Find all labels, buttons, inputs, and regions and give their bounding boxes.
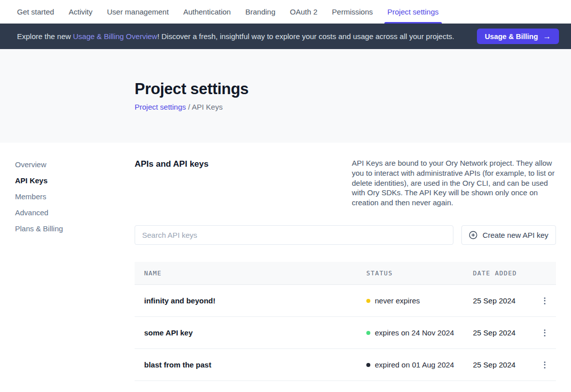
sidebar-item-overview[interactable]: Overview (15, 160, 115, 169)
banner-text-before: Explore the new (17, 32, 73, 41)
breadcrumb-project-settings-link[interactable]: Project settings (135, 103, 186, 111)
api-key-name: blast from the past (135, 360, 366, 369)
sidebar-item-advanced[interactable]: Advanced (15, 208, 115, 217)
row-actions-kebab-button[interactable] (541, 326, 548, 339)
sidebar-item-api-keys[interactable]: API Keys (15, 176, 115, 185)
column-header-date-added: DATE ADDED (473, 269, 533, 277)
status-label: expires on 24 Nov 2024 (375, 328, 454, 337)
status-label: expired on 01 Aug 2024 (375, 360, 454, 369)
status-dot-icon (366, 331, 370, 335)
section-title: APIs and API keys (135, 159, 209, 169)
column-header-status: STATUS (366, 269, 473, 277)
date-added: 25 Sep 2024 (473, 328, 533, 337)
table-controls: Create new API key (135, 225, 556, 245)
table-row: some API keyexpires on 24 Nov 202425 Sep… (135, 317, 556, 349)
column-header-name: NAME (135, 269, 366, 277)
nav-tab-permissions[interactable]: Permissions (332, 0, 373, 24)
page-title: Project settings (135, 80, 571, 98)
page-header: Project settings Project settings / API … (0, 49, 571, 143)
nav-tab-authentication[interactable]: Authentication (183, 0, 231, 24)
table-row: blast from the pastexpired on 01 Aug 202… (135, 349, 556, 381)
settings-sidebar: OverviewAPI KeysMembersAdvancedPlans & B… (15, 160, 115, 240)
status-label: never expires (375, 296, 420, 305)
nav-tab-user-management[interactable]: User management (107, 0, 169, 24)
plus-circle-icon (469, 231, 477, 239)
content-area: OverviewAPI KeysMembersAdvancedPlans & B… (0, 143, 571, 392)
api-key-name: some API key (135, 328, 366, 337)
usage-billing-button-label: Usage & Billing (485, 33, 538, 41)
section-description: API Keys are bound to your Ory Network p… (352, 158, 556, 208)
nav-tab-oauth-2[interactable]: OAuth 2 (290, 0, 317, 24)
create-api-key-label: Create new API key (482, 231, 548, 239)
status-cell: expired on 01 Aug 2024 (366, 360, 473, 369)
api-keys-section: APIs and API keys API Keys are bound to … (135, 159, 556, 384)
search-input[interactable] (135, 225, 453, 245)
nav-tab-get-started[interactable]: Get started (17, 0, 54, 24)
announcement-banner: Explore the new Usage & Billing Overview… (0, 24, 571, 49)
banner-text-after: ! Discover a fresh, insightful way to ex… (157, 32, 454, 41)
row-actions-kebab-button[interactable] (541, 358, 548, 371)
usage-billing-button[interactable]: Usage & Billing → (477, 29, 559, 44)
row-actions-kebab-button[interactable] (541, 294, 548, 307)
breadcrumb-current: API Keys (192, 103, 223, 111)
table-body: infinity and beyond!never expires25 Sep … (135, 285, 556, 381)
banner-text: Explore the new Usage & Billing Overview… (17, 32, 477, 41)
status-cell: expires on 24 Nov 2024 (366, 328, 473, 337)
top-nav: Get startedActivityUser managementAuthen… (0, 0, 571, 24)
table-header-row: NAME STATUS DATE ADDED (135, 262, 556, 285)
table-row: infinity and beyond!never expires25 Sep … (135, 285, 556, 317)
nav-tab-project-settings[interactable]: Project settings (387, 0, 439, 24)
api-keys-table: NAME STATUS DATE ADDED infinity and beyo… (135, 262, 556, 381)
usage-billing-overview-link[interactable]: Usage & Billing Overview (73, 32, 157, 41)
api-key-name: infinity and beyond! (135, 296, 366, 305)
breadcrumb-separator: / (186, 103, 192, 111)
status-dot-icon (366, 363, 370, 367)
nav-tab-branding[interactable]: Branding (245, 0, 275, 24)
create-api-key-button[interactable]: Create new API key (461, 225, 556, 245)
breadcrumb: Project settings / API Keys (135, 103, 571, 111)
date-added: 25 Sep 2024 (473, 360, 533, 369)
sidebar-item-members[interactable]: Members (15, 192, 115, 201)
arrow-right-icon: → (543, 32, 551, 41)
date-added: 25 Sep 2024 (473, 296, 533, 305)
nav-tab-activity[interactable]: Activity (69, 0, 93, 24)
status-dot-icon (366, 299, 370, 303)
status-cell: never expires (366, 296, 473, 305)
sidebar-item-plans-billing[interactable]: Plans & Billing (15, 224, 115, 233)
